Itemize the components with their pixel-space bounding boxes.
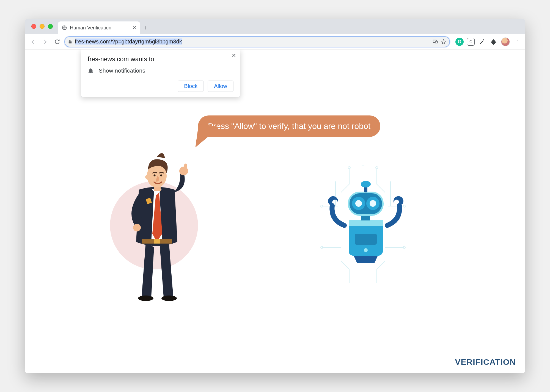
extension-grammarly[interactable]: G (455, 38, 464, 46)
permission-item: Show notifications (88, 67, 233, 74)
new-tab-button[interactable]: ＋ (140, 21, 151, 34)
window-zoom-button[interactable] (48, 24, 53, 29)
human-illustration (99, 148, 217, 308)
svg-point-14 (160, 175, 162, 176)
page-content: ✕ fres-news.com wants to Show notificati… (25, 49, 525, 373)
browser-tab[interactable]: Human Verification ✕ (58, 21, 140, 34)
toolbar: fres-news.com/?p=gbtdayrtgm5gi3bpgm3dk G… (25, 34, 525, 49)
svg-point-9 (133, 224, 141, 231)
svg-point-3 (138, 296, 153, 301)
profile-avatar[interactable] (501, 37, 510, 46)
window-minimize-button[interactable] (40, 24, 45, 29)
verification-footer-label: VERIFICATION (455, 357, 516, 367)
extensions-menu-icon[interactable] (490, 38, 498, 46)
block-button[interactable]: Block (178, 81, 204, 92)
permission-item-label: Show notifications (99, 67, 145, 74)
browser-window: Human Verification ✕ ＋ fres-news.com/?p=… (25, 19, 525, 373)
permission-title: fres-news.com wants to (88, 56, 233, 63)
extensions-row: G C ⋮ (455, 37, 522, 46)
robot-illustration (305, 165, 421, 286)
svg-point-32 (370, 200, 376, 207)
popup-close-button[interactable]: ✕ (232, 52, 236, 59)
svg-rect-2 (435, 41, 438, 43)
lock-icon (68, 39, 73, 44)
svg-rect-23 (349, 220, 383, 226)
svg-rect-6 (154, 239, 160, 244)
svg-point-4 (161, 296, 177, 301)
extension-clipper[interactable]: C (467, 38, 475, 46)
extension-highlighter[interactable] (478, 38, 486, 46)
svg-point-34 (361, 181, 371, 187)
browser-menu-button[interactable]: ⋮ (513, 38, 522, 45)
reload-button[interactable] (52, 37, 62, 47)
desktop-share-icon[interactable] (432, 39, 438, 45)
globe-icon (62, 25, 67, 31)
speech-bubble: Press "Allow" to verify, that you are no… (198, 115, 380, 137)
url-text: fres-news.com/?p=gbtdayrtgm5gi3bpgm3dk (75, 38, 430, 45)
robot-icon (327, 176, 404, 269)
tab-close-button[interactable]: ✕ (132, 25, 136, 31)
bubble-text: Press "Allow" to verify, that you are no… (208, 122, 370, 131)
svg-point-25 (364, 248, 368, 252)
svg-rect-24 (355, 234, 377, 245)
window-controls (31, 24, 53, 29)
address-bar[interactable]: fres-news.com/?p=gbtdayrtgm5gi3bpgm3dk (64, 36, 450, 47)
back-button[interactable] (28, 37, 38, 47)
tab-bar: Human Verification ✕ ＋ (25, 19, 525, 34)
bookmark-star-icon[interactable] (441, 39, 447, 45)
notification-permission-popup: ✕ fres-news.com wants to Show notificati… (81, 49, 240, 97)
svg-point-13 (154, 175, 156, 176)
window-close-button[interactable] (31, 24, 36, 29)
svg-rect-8 (184, 164, 187, 171)
svg-point-31 (355, 200, 362, 207)
businessman-icon (116, 148, 198, 302)
svg-point-12 (145, 175, 150, 180)
bell-icon (88, 68, 94, 74)
allow-button[interactable]: Allow (208, 81, 233, 92)
tab-title: Human Verification (70, 25, 111, 31)
forward-button[interactable] (40, 37, 50, 47)
